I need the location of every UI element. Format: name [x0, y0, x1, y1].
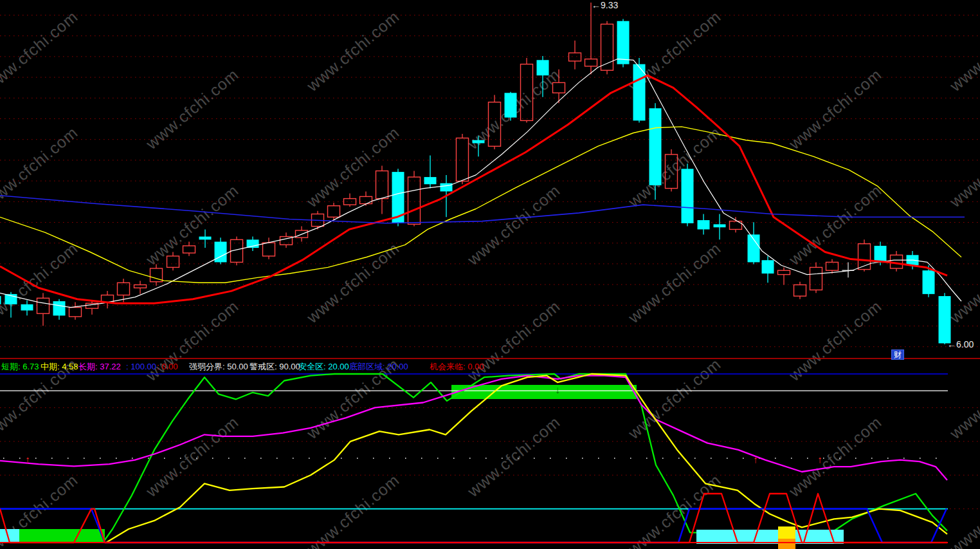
lower-panel: ↑↑↑↓: [0, 374, 980, 549]
bottom-right-cyan-band: [696, 530, 844, 544]
indicator-long-term: 长期: 37.22: [78, 360, 121, 373]
buy-arrow-icon: ↑: [753, 454, 758, 465]
indicator-safe-zone: 安全区: 20.00: [298, 360, 349, 373]
indicator-level-100: : 100.00: [126, 360, 156, 373]
main-chart: [0, 3, 980, 358]
chart-canvas[interactable]: ↑↑↑↓: [0, 0, 980, 549]
ma-blue: [0, 196, 965, 223]
indicator-short-term: 短期: 6.73: [1, 360, 39, 373]
sell-arrow-icon: ↓: [555, 384, 560, 395]
indicator-value-row: 短期: 6.73中期: 4.58长期: 37.22: 100.00: 0.00强…: [0, 360, 980, 373]
ma-red: [0, 75, 947, 303]
indicator-strength-divider: 强弱分界: 50.00: [189, 360, 248, 373]
indicator-opportunity: 机会来临: 0.00: [430, 360, 484, 373]
top-warning-green-band: [451, 385, 637, 399]
indicator-bottom-zone: 底部区域: 20.00: [349, 360, 408, 373]
candles: [0, 3, 951, 344]
low-price-label: ←6.00: [947, 339, 974, 349]
bottom-left-green-band: [19, 529, 105, 543]
logo-badge: 财: [891, 349, 904, 360]
high-price-label: ←9.33: [592, 0, 618, 10]
buy-arrow-icon: ↑: [817, 454, 822, 465]
indicator-level-0: : 0.00: [157, 360, 178, 373]
stock-chart-app: www.cfchi.comwww.cfchi.comwww.cfchi.comw…: [0, 0, 980, 549]
signal-orange-block: [778, 539, 795, 549]
indicator-warning-zone: 警戒区: 90.00: [250, 360, 300, 373]
signal-yellow-block: [778, 526, 795, 539]
ma-yellow: [0, 127, 961, 283]
ma-white: [0, 59, 961, 308]
buy-arrow-icon: ↑: [25, 454, 30, 465]
indicator-mid-term: 中期: 4.58: [41, 360, 78, 373]
